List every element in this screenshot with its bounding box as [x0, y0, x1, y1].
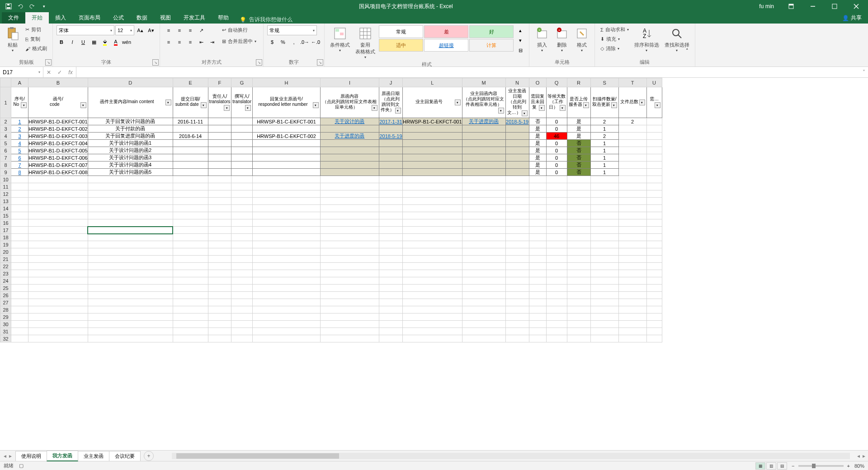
cell[interactable] — [590, 328, 618, 335]
cell[interactable] — [208, 205, 231, 212]
cell[interactable] — [590, 248, 618, 256]
table-header[interactable]: 函号/code▾ — [28, 87, 88, 118]
cell[interactable] — [402, 263, 462, 270]
cell[interactable] — [379, 227, 402, 234]
cell[interactable] — [379, 198, 402, 205]
cell[interactable] — [208, 198, 231, 205]
cell[interactable] — [618, 161, 646, 169]
cell[interactable] — [252, 328, 320, 335]
table-header[interactable]: 原函日期（点此列跳转到文件夹）▾ — [379, 87, 402, 118]
cell[interactable] — [252, 313, 320, 321]
cell[interactable] — [11, 263, 28, 270]
cell[interactable] — [88, 212, 173, 219]
cell[interactable] — [402, 306, 462, 313]
tab-formulas[interactable]: 公式 — [107, 12, 130, 24]
cell[interactable] — [646, 183, 662, 190]
cell[interactable] — [529, 176, 546, 183]
cell[interactable] — [462, 198, 505, 205]
cell[interactable] — [11, 256, 28, 263]
cell[interactable]: 是 — [567, 133, 590, 140]
cell[interactable] — [402, 299, 462, 306]
cell[interactable] — [173, 125, 208, 133]
sheet-tab-instructions[interactable]: 使用说明 — [15, 451, 47, 461]
cell[interactable] — [402, 328, 462, 335]
cell[interactable] — [11, 306, 28, 313]
percent-button[interactable]: % — [278, 37, 288, 47]
cell[interactable] — [462, 321, 505, 328]
cell[interactable] — [208, 299, 231, 306]
cell[interactable]: 关于设计问题的函4 — [88, 161, 173, 169]
cell[interactable]: 是 — [529, 133, 546, 140]
cell[interactable] — [462, 169, 505, 176]
cell[interactable] — [28, 234, 88, 241]
cell[interactable] — [231, 234, 253, 241]
tab-layout[interactable]: 页面布局 — [72, 12, 107, 24]
align-center-button[interactable]: ≡ — [175, 37, 184, 47]
cell[interactable] — [252, 292, 320, 299]
col-header-S[interactable]: S — [590, 78, 618, 87]
cell[interactable] — [28, 335, 88, 342]
cell[interactable] — [379, 285, 402, 292]
cell[interactable] — [88, 176, 173, 183]
cell[interactable] — [320, 292, 379, 299]
cell[interactable] — [618, 285, 646, 292]
cell[interactable] — [379, 313, 402, 321]
cell[interactable] — [173, 248, 208, 256]
cell[interactable]: 关于设计的函 — [320, 118, 379, 125]
cell[interactable] — [379, 270, 402, 277]
table-header[interactable]: 文件总数▾ — [618, 87, 646, 118]
cell[interactable] — [567, 321, 590, 328]
cell[interactable]: 关于回复设计问题的函 — [88, 118, 173, 125]
cell[interactable] — [646, 335, 662, 342]
cell[interactable] — [320, 183, 379, 190]
cell[interactable]: HRWSP-B1-D-EKFCT-008 — [28, 169, 88, 176]
cell[interactable] — [462, 313, 505, 321]
cell[interactable] — [529, 328, 546, 335]
cell[interactable] — [567, 241, 590, 248]
cell[interactable] — [88, 306, 173, 313]
cell[interactable] — [529, 335, 546, 342]
cell[interactable] — [208, 234, 231, 241]
insert-cells-button[interactable]: +插入▾ — [533, 25, 551, 53]
cell[interactable] — [646, 190, 662, 198]
hscroll-right[interactable]: ▸ — [863, 453, 865, 459]
cell[interactable] — [402, 219, 462, 227]
cell[interactable] — [173, 285, 208, 292]
row-header-4[interactable]: 4 — [0, 133, 11, 140]
cell[interactable] — [231, 328, 253, 335]
cell[interactable] — [590, 219, 618, 227]
row-header-23[interactable]: 23 — [0, 270, 11, 277]
cell[interactable] — [546, 212, 567, 219]
cell[interactable] — [567, 190, 590, 198]
cell[interactable] — [402, 270, 462, 277]
row-header-20[interactable]: 20 — [0, 248, 11, 256]
horizontal-scrollbar[interactable] — [172, 453, 850, 459]
cell[interactable] — [546, 328, 567, 335]
cell[interactable] — [379, 140, 402, 147]
cell[interactable] — [546, 198, 567, 205]
cell[interactable] — [646, 169, 662, 176]
fill-button[interactable]: ⬇填充▾ — [599, 35, 631, 43]
filter-button[interactable]: ▾ — [539, 105, 545, 111]
table-header[interactable]: 原函内容（点此列跳转对应文件表相应单元格）▾ — [320, 87, 379, 118]
cell[interactable] — [462, 183, 505, 190]
cell[interactable] — [567, 198, 590, 205]
cell[interactable] — [379, 292, 402, 299]
cell[interactable] — [28, 248, 88, 256]
cell[interactable] — [462, 154, 505, 161]
cell[interactable] — [402, 248, 462, 256]
cell[interactable] — [590, 313, 618, 321]
style-bad[interactable]: 差 — [424, 25, 468, 38]
cell[interactable] — [505, 263, 529, 270]
expand-formula-bar[interactable]: ˅ — [860, 67, 868, 77]
cell[interactable] — [320, 256, 379, 263]
sheet-tab-owner-letters[interactable]: 业主发函 — [78, 451, 109, 461]
tell-me[interactable]: 💡 告诉我你想做什么 — [240, 16, 292, 24]
align-middle-button[interactable]: ≡ — [175, 25, 184, 35]
cell[interactable] — [505, 147, 529, 154]
cell[interactable] — [88, 292, 173, 299]
cell[interactable] — [231, 227, 253, 234]
cell[interactable] — [505, 234, 529, 241]
cell[interactable] — [320, 313, 379, 321]
cell[interactable]: HRWSP-B1-C-EKFCT-001 — [252, 118, 320, 125]
